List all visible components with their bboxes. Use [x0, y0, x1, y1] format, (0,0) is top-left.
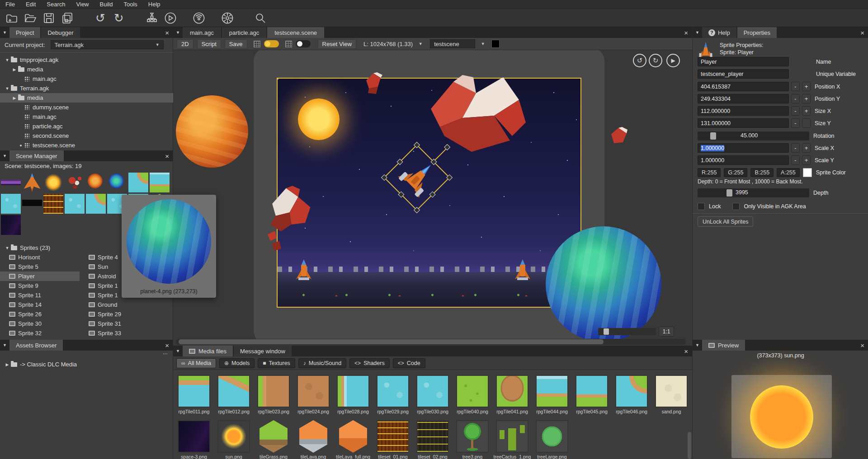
tree-row[interactable]: ▼ Terrain.agk	[0, 84, 173, 93]
menu-item[interactable]: Tools	[118, 0, 142, 9]
tree-row[interactable]: main.agc	[0, 112, 173, 122]
media-item[interactable]: rpgTile044.png	[534, 375, 570, 414]
expander-icon[interactable]: ▶	[11, 67, 18, 72]
scene-image-thumb[interactable]	[107, 173, 127, 192]
minus-button[interactable]: -	[791, 118, 800, 128]
snap-toggle-switch[interactable]	[296, 40, 311, 47]
resolution-dropdown-icon[interactable]: ▼	[416, 40, 425, 48]
media-item[interactable]: treeLarge.png	[534, 420, 570, 459]
grid-toggle-switch[interactable]	[264, 40, 279, 47]
tree-row[interactable]: second.scene	[0, 131, 173, 141]
tab-debugger[interactable]: Debugger	[41, 27, 80, 38]
collapse-icon[interactable]: ▼	[173, 349, 183, 353]
rotation-slider-knob[interactable]	[710, 132, 716, 140]
open-project-icon[interactable]	[24, 11, 37, 25]
sprite-item[interactable]: Player	[0, 272, 80, 281]
media-item[interactable]: rpgTile023.png	[255, 375, 292, 414]
expander-icon[interactable]: ▼	[4, 86, 11, 91]
asteroid-small-right[interactable]	[609, 126, 629, 147]
minus-button[interactable]: -	[791, 155, 800, 165]
media-item[interactable]: rpgTile029.png	[375, 375, 411, 414]
collapse-icon[interactable]: ▼	[0, 30, 9, 35]
broadcast-icon[interactable]	[192, 11, 206, 25]
save-scene-button[interactable]: Save	[225, 39, 247, 49]
scene-image-thumb[interactable]	[22, 194, 42, 214]
sun-sprite[interactable]	[298, 98, 340, 140]
menu-item[interactable]: Edit	[20, 0, 41, 9]
orange-planet-sprite[interactable]	[176, 95, 248, 168]
snap-grid-icon[interactable]	[285, 41, 292, 47]
redo-icon[interactable]: ↻	[112, 11, 126, 25]
media-thumbnail[interactable]	[456, 420, 489, 453]
scene-image-thumb[interactable]	[1, 194, 21, 214]
menu-item[interactable]: File	[0, 0, 20, 9]
scene-viewport[interactable]: ↺ ↻ ▶ 1:1	[173, 50, 692, 346]
media-filter-tab[interactable]: <> Code	[393, 358, 425, 368]
media-item[interactable]: rpgTile030.png	[415, 375, 451, 414]
blue-planet-sprite[interactable]	[546, 226, 661, 342]
media-thumbnail[interactable]	[416, 375, 449, 407]
scene-image-thumb[interactable]	[128, 173, 148, 192]
collapse-icon[interactable]: ▼	[693, 30, 702, 35]
play-scene-icon[interactable]: ▶	[666, 54, 680, 67]
collapse-icon[interactable]: ▼	[173, 30, 183, 35]
sprite-item[interactable]: Sprite 9	[0, 281, 80, 290]
2d-mode-button[interactable]: 2D	[177, 39, 193, 49]
background-color-swatch[interactable]	[491, 40, 500, 48]
only-visible-checkbox[interactable]	[732, 203, 740, 210]
menu-item[interactable]: Help	[143, 0, 166, 9]
sprite-item[interactable]: Sprite 30	[0, 319, 80, 328]
media-item[interactable]: rpgTile028.png	[335, 375, 371, 414]
media-item[interactable]: tileLava.png	[295, 420, 331, 459]
scene-image-thumb[interactable]	[86, 173, 106, 192]
media-filter-tab[interactable]: <> Shaders	[349, 358, 390, 368]
save-icon[interactable]	[42, 11, 56, 25]
tree-row[interactable]: particle.agc	[0, 122, 173, 131]
expander-icon[interactable]: ▼	[4, 58, 11, 62]
plus-button[interactable]: +	[802, 155, 811, 165]
media-filter-tab[interactable]: ∞ All Media	[176, 358, 216, 368]
close-icon[interactable]: ×	[856, 29, 868, 37]
sprite-item[interactable]: Sprite 32	[0, 328, 80, 338]
scale-x-field[interactable]: 1.000000	[698, 143, 789, 153]
lock-checkbox[interactable]	[698, 203, 705, 210]
dlc-media-row[interactable]: ▶ -> Classic DLC Media	[0, 360, 173, 369]
media-item[interactable]: tileset_01.png	[375, 420, 411, 459]
scene-dropdown-icon[interactable]: ▼	[479, 40, 487, 48]
script-button[interactable]: Script	[197, 39, 221, 49]
media-thumbnail[interactable]	[615, 375, 648, 407]
undo-icon[interactable]: ↺	[94, 11, 107, 25]
tree-row[interactable]: ▼ tmpproject.agk	[0, 55, 173, 65]
expander-icon[interactable]: ●	[17, 143, 24, 148]
name-field[interactable]: Player	[698, 57, 789, 66]
media-item[interactable]: rpgTile041.png	[494, 375, 530, 414]
sprite-item[interactable]: Sprite 29	[80, 309, 164, 319]
tab-properties[interactable]: Properties	[737, 27, 777, 38]
minus-button[interactable]: -	[791, 106, 800, 116]
media-item[interactable]: rpgTile024.png	[295, 375, 331, 414]
media-item[interactable]: space-3.png	[176, 420, 212, 459]
minus-button[interactable]: -	[791, 143, 800, 153]
media-item[interactable]: rpgTile040.png	[454, 375, 491, 414]
plus-button[interactable]: +	[802, 94, 811, 103]
sprite-color-swatch[interactable]	[803, 168, 812, 177]
close-icon[interactable]: ×	[680, 347, 692, 355]
color-g-button[interactable]: G:255	[724, 168, 747, 177]
sprite-item[interactable]: Sprite 31	[80, 319, 164, 328]
media-item[interactable]: rpgTile045.png	[574, 375, 610, 414]
scrollbar-thumb[interactable]	[179, 339, 604, 344]
media-thumbnail[interactable]	[297, 375, 330, 407]
unlock-all-sprites-button[interactable]: UnLock All Sprites	[698, 216, 753, 227]
menu-item[interactable]: View	[71, 0, 94, 9]
media-thumbnail[interactable]	[576, 375, 608, 407]
export-device-icon[interactable]	[145, 11, 159, 25]
tab-media-files[interactable]: Media files	[183, 346, 233, 356]
close-icon[interactable]: ×	[161, 342, 173, 349]
zoom-slider-knob[interactable]	[604, 328, 609, 335]
sprite-item[interactable]: Ground	[80, 300, 164, 309]
asteroid-cluster-right[interactable]	[426, 73, 528, 156]
media-thumbnail[interactable]	[217, 420, 250, 453]
media-filter-tab[interactable]: ⊕ Models	[219, 358, 255, 368]
media-thumbnail[interactable]	[178, 420, 210, 453]
media-thumbnail[interactable]	[496, 375, 528, 407]
